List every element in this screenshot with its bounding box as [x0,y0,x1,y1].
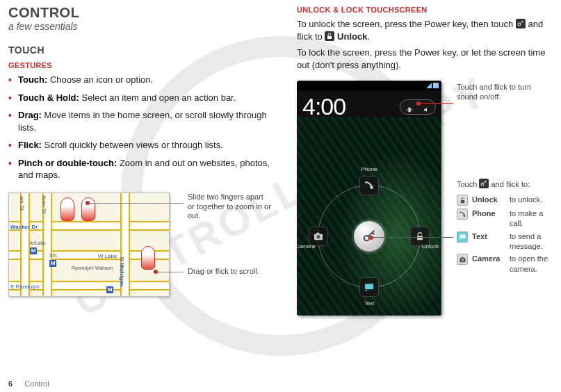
svg-point-13 [461,259,464,261]
svg-rect-1 [327,35,332,39]
flick-target-row: Unlock to unlock. [457,195,553,206]
flick-annotation: Touch and flick to: [457,179,553,189]
gesture-item: Drag: Move items in the home screen, or … [8,109,276,133]
unlock-body-2: To lock the screen, press the Power key,… [297,47,553,71]
phone-mockup: 4:00 Thu, Jul 26 Phone Unlock [297,81,441,316]
flick-target-row: Camera to open the camera. [457,254,553,274]
svg-rect-10 [460,200,464,203]
svg-point-0 [518,23,521,26]
ring-text-label: Text [355,300,383,307]
ring-text[interactable] [359,277,379,297]
footer-section: Control [24,379,49,388]
gesture-item: Flick: Scroll quickly between views or t… [8,139,276,152]
scroll-annotation: Drag or flick to scroll. [188,267,278,277]
touch-heading: TOUCH [8,44,276,56]
svg-rect-14 [461,257,463,259]
svg-point-9 [481,183,484,186]
finger-icon [141,246,155,270]
map: Wacker Dr W Lake E Randolph N Michigan a… [8,193,170,297]
ring-phone-label: Phone [355,166,383,172]
flick-target-row: Phone to make a call. [457,209,553,229]
gesture-item: Touch: Choose an icon or option. [8,74,276,86]
statusbar [297,81,441,90]
zoom-annotation: Slide two fingers apart or together to z… [188,193,271,221]
text-icon [457,231,468,243]
battery-icon [433,83,439,88]
ring-unlock-label: Unlock [414,243,441,250]
ring-camera-label: Camera [297,243,321,250]
gestures-heading: GESTURES [8,61,276,70]
unlock-icon [457,195,468,206]
unlock-body-1: To unlock the screen, press the Power ke… [297,18,553,42]
gesture-item: Pinch or double-touch: Zoom in and out o… [8,157,276,181]
svg-rect-8 [316,233,319,235]
finger-icon [60,197,74,221]
footer: 6 Control [8,379,49,388]
vibrate-icon [405,104,414,111]
svg-rect-11 [460,234,465,238]
gestures-list: Touch: Choose an icon or option. Touch &… [8,74,276,181]
svg-rect-5 [365,284,373,290]
unlock-heading: UNLOCK & LOCK TOUCHSCREEN [297,6,553,14]
page-number: 6 [8,379,13,388]
page-subtitle: a few essentials [8,21,276,32]
flick-target-row: Text to send a message. [457,231,553,252]
gesture-item: Touch & Hold: Select an item and open an… [8,92,276,104]
sound-annotation: Touch and flick to turn sound on/off. [457,82,553,102]
unlock-icon [325,31,334,41]
svg-point-3 [364,236,369,240]
key-icon [479,179,489,188]
svg-point-7 [316,235,320,238]
signal-icon [426,83,432,88]
ring-phone[interactable] [359,176,379,195]
phone-icon [457,209,468,220]
camera-icon [457,254,468,265]
page-title: CONTROL [8,6,276,19]
key-icon [516,19,526,28]
svg-rect-2 [408,107,410,112]
speaker-icon [422,104,432,111]
map-illustration: Wacker Dr W Lake E Randolph N Michigan a… [8,188,276,307]
